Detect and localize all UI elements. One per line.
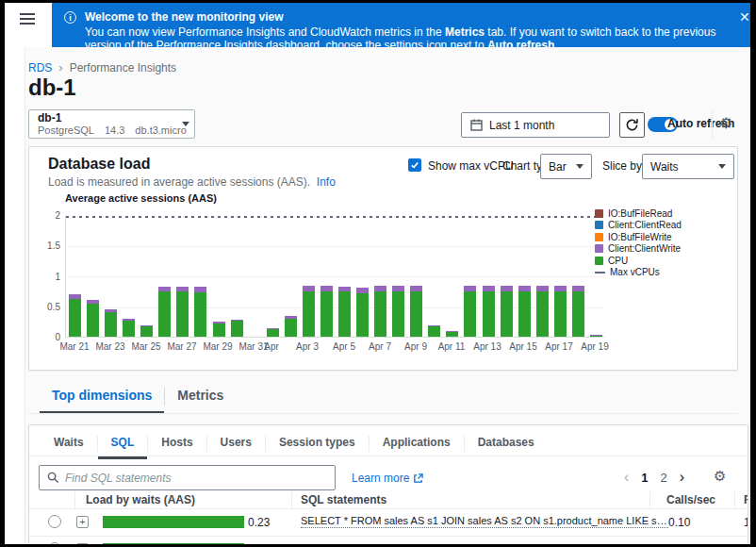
- refresh-icon: [625, 118, 639, 132]
- info-link[interactable]: Info: [317, 175, 336, 189]
- chart-legend: IO:BufFileReadClient:ClientReadIO:BufFil…: [595, 207, 682, 278]
- bar-cpu-segment: [231, 321, 243, 337]
- bar-clientwrite-segment: [392, 286, 404, 291]
- bar-clientwrite-segment: [176, 287, 189, 291]
- col-header-calls[interactable]: Calls/sec: [666, 493, 715, 506]
- legend-swatch: [595, 257, 603, 265]
- pagination-page-2[interactable]: 2: [661, 471, 667, 485]
- bar-clientwrite-segment: [536, 286, 549, 291]
- bar-cpu-segment: [554, 291, 567, 337]
- header-divider: [712, 110, 713, 139]
- bar-clientwrite-segment: [356, 288, 369, 293]
- refresh-button[interactable]: [619, 112, 645, 138]
- legend-swatch: [595, 244, 603, 253]
- breadcrumb-current: Performance Insights: [70, 61, 176, 75]
- bar-cpu-segment: [518, 291, 531, 337]
- external-link-icon: [413, 473, 423, 484]
- flash-banner: i Welcome to the new monitoring view You…: [52, 3, 750, 47]
- bar-clientwrite-segment: [231, 320, 243, 321]
- tab-top-dimensions[interactable]: Top dimensions: [40, 383, 164, 414]
- app-window: i Welcome to the new monitoring view You…: [0, 0, 756, 547]
- calls-value: 0.10: [668, 516, 690, 529]
- breadcrumb: RDS › Performance Insights: [28, 60, 176, 75]
- instance-selector[interactable]: db-1 PostgreSQL14.3db.t3.micro: [28, 109, 195, 139]
- db-load-title: Database load: [48, 156, 150, 173]
- window-frame-left: [0, 0, 5, 547]
- x-tick-label: Apr 3: [287, 341, 328, 352]
- col-header-sql[interactable]: SQL statements: [301, 493, 386, 506]
- settings-gear-icon[interactable]: ⚙: [719, 114, 732, 132]
- col-header-load[interactable]: Load by waits (AAS): [86, 493, 195, 506]
- legend-item: CPU: [595, 255, 682, 267]
- sql-statement[interactable]: SELECT * FROM sales AS s1 JOIN sales AS …: [301, 515, 668, 532]
- chart-title: Average active sessions (AAS): [65, 192, 217, 204]
- table-settings-gear-icon[interactable]: ⚙: [714, 468, 726, 485]
- bar-clientwrite-segment: [285, 316, 297, 319]
- row-expand-icon[interactable]: +: [76, 516, 89, 528]
- legend-item: Client:ClientWrite: [595, 243, 682, 256]
- bar-clientwrite-segment: [158, 287, 171, 291]
- search-icon: [47, 472, 59, 484]
- bar-cpu-segment: [105, 312, 117, 337]
- search-input[interactable]: [65, 472, 327, 485]
- bar-cpu-segment: [590, 336, 602, 337]
- legend-item: Client:ClientRead: [595, 220, 682, 232]
- bar-clientwrite-segment: [267, 328, 279, 329]
- bar-clientwrite-segment: [410, 286, 422, 291]
- load-value: 0.23: [248, 516, 270, 529]
- top-dimensions-card: Waits SQL Hosts Users Session types Appl…: [28, 424, 748, 547]
- time-range-picker[interactable]: Last 1 month: [461, 112, 610, 138]
- y-tick-label: 1.5: [47, 240, 60, 251]
- y-tick-label: 2: [55, 210, 60, 221]
- pagination-prev-icon[interactable]: ‹: [624, 469, 629, 486]
- time-range-value: Last 1 month: [489, 119, 554, 132]
- chart-bars: [66, 216, 604, 337]
- bar-clientwrite-segment: [320, 286, 333, 291]
- bar-clientwrite-segment: [105, 309, 117, 312]
- legend-label: CPU: [608, 256, 628, 266]
- load-bar: [103, 516, 244, 528]
- bar-cpu-segment: [483, 291, 495, 337]
- banner-close-icon[interactable]: ✕: [739, 10, 750, 24]
- breadcrumb-rds-link[interactable]: RDS: [28, 61, 52, 75]
- legend-item: IO:BufFileWrite: [595, 231, 682, 243]
- slice-by-select[interactable]: Waits: [642, 154, 734, 179]
- bar-clientwrite-segment: [483, 286, 495, 291]
- pagination-next-icon[interactable]: ›: [680, 469, 684, 486]
- bar-cpu-segment: [410, 291, 422, 337]
- bar-clientwrite-segment: [374, 286, 386, 291]
- subtabs-underline: [29, 456, 748, 456]
- bar-clientwrite-segment: [446, 331, 458, 332]
- legend-swatch: [595, 209, 603, 218]
- bar-cpu-segment: [338, 291, 351, 337]
- bar-cpu-segment: [536, 291, 549, 337]
- max-vcpus-line: [66, 216, 604, 218]
- legend-swatch: [595, 221, 603, 229]
- bar-cpu-segment: [374, 291, 386, 337]
- chevron-down-icon: [576, 164, 583, 169]
- y-tick-label: 0.5: [47, 302, 60, 312]
- show-max-vcpu-checkbox[interactable]: [408, 158, 421, 172]
- bar-clientwrite-segment: [554, 286, 567, 291]
- hamburger-menu-icon[interactable]: [20, 13, 35, 27]
- chevron-down-icon: [718, 164, 726, 169]
- bar-cpu-segment: [213, 323, 225, 337]
- legend-item: IO:BufFileRead: [595, 207, 682, 220]
- bar-cpu-segment: [158, 291, 171, 337]
- chart-x-axis: Mar 21Mar 23Mar 25Mar 27Mar 29Mar 31AprA…: [65, 341, 604, 355]
- col-header-partial[interactable]: R: [744, 493, 748, 506]
- tab-metrics[interactable]: Metrics: [165, 383, 236, 414]
- row-radio[interactable]: [48, 515, 61, 528]
- bar-cpu-segment: [194, 292, 206, 337]
- bar-cpu-segment: [176, 291, 189, 337]
- chart-type-select[interactable]: Bar: [540, 154, 592, 179]
- bar-clientwrite-segment: [303, 286, 315, 291]
- bar-cpu-segment: [392, 291, 404, 337]
- bar-cpu-segment: [446, 332, 458, 337]
- pagination-page-1[interactable]: 1: [641, 471, 648, 485]
- learn-more-link[interactable]: Learn more: [352, 472, 423, 485]
- chart-y-axis: 00.511.52: [35, 216, 60, 338]
- bar-clientwrite-segment: [501, 286, 513, 291]
- legend-label: Client:ClientRead: [608, 220, 682, 230]
- tabs-underline: [28, 413, 738, 414]
